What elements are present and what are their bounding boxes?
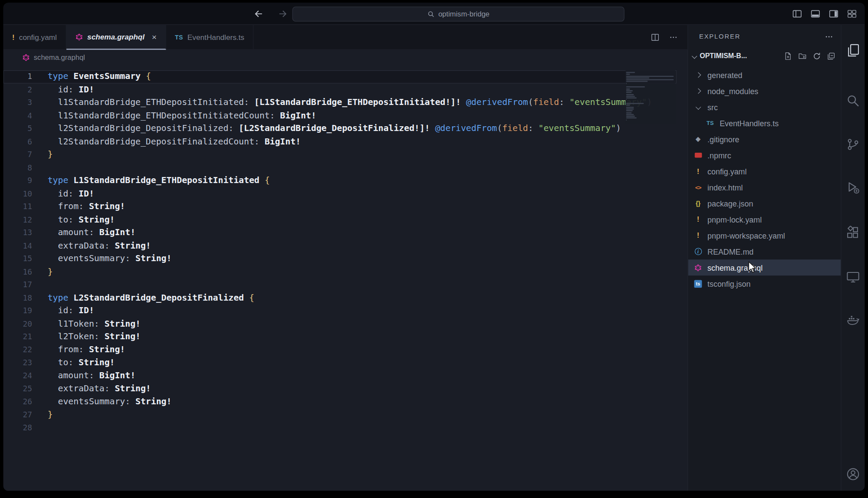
code-line-8[interactable]: 8: [3, 161, 677, 174]
files-icon[interactable]: [846, 43, 860, 57]
search-value: optimism-bridge: [438, 10, 490, 18]
file-icon: ◆: [691, 135, 705, 143]
code-line-14[interactable]: 14 extraData: String!: [3, 239, 677, 252]
code-line-25[interactable]: 25 extraData: String!: [3, 382, 677, 395]
code-line-3[interactable]: 3 l1StandardBridge_ETHDepositInitiated: …: [3, 96, 677, 109]
code-line-20[interactable]: 20 l1Token: String!: [3, 317, 677, 330]
line-number: 24: [3, 369, 32, 382]
line-number: 22: [3, 343, 32, 356]
line-text: l1StandardBridge_ETHDepositInitiated: [L…: [48, 96, 652, 109]
warning-icon: !: [12, 33, 15, 41]
back-icon[interactable]: [253, 9, 263, 19]
tab-schema.graphql[interactable]: schema.graphql×: [66, 25, 166, 49]
code-line-24[interactable]: 24 amount: BigInt!: [3, 369, 677, 382]
run-and-debug-icon[interactable]: [846, 180, 860, 195]
account-icon[interactable]: [846, 467, 860, 482]
more-actions-icon[interactable]: [669, 33, 677, 41]
code-line-23[interactable]: 23 to: String!: [3, 356, 677, 369]
explorer-more-icon[interactable]: [825, 33, 833, 41]
code-line-18[interactable]: 18type L2StandardBridge_DepositFinalized…: [3, 292, 677, 305]
code-line-5[interactable]: 5 l2StandardBridge_DepositFinalized: [L2…: [3, 122, 677, 135]
file-icon: {}: [691, 200, 705, 206]
code-line-21[interactable]: 21 l2Token: String!: [3, 330, 677, 343]
remote-explorer-icon[interactable]: [846, 270, 860, 284]
file-icon: [691, 153, 705, 157]
code-line-4[interactable]: 4 l1StandardBridge_ETHDepositInitiatedCo…: [3, 109, 677, 122]
breadcrumb-file: schema.graphql: [34, 53, 85, 61]
file-tree-item-.gitignore[interactable]: ◆.gitignore: [688, 131, 841, 147]
file-tree-item-pnpm-workspace.yaml[interactable]: !pnpm-workspace.yaml: [688, 227, 841, 243]
file-tree-item-package.json[interactable]: {}package.json: [688, 195, 841, 211]
code-line-6[interactable]: 6 l2StandardBridge_DepositFinalizedCount…: [3, 135, 677, 148]
code-editor[interactable]: 1type EventsSummary {2 id: ID!3 l1Standa…: [3, 65, 688, 491]
file-tree-item-README.md[interactable]: iREADME.md: [688, 243, 841, 259]
code-line-10[interactable]: 10 id: ID!: [3, 187, 677, 200]
file-tree-item-pnpm-lock.yaml[interactable]: !pnpm-lock.yaml: [688, 211, 841, 227]
file-tree-item-src[interactable]: src: [688, 99, 841, 115]
file-icon: !: [691, 215, 705, 223]
code-line-11[interactable]: 11 from: String!: [3, 200, 677, 213]
code-line-15[interactable]: 15 eventsSummary: String!: [3, 252, 677, 265]
code-line-2[interactable]: 2 id: ID!: [3, 83, 677, 96]
docker-icon[interactable]: [846, 313, 860, 328]
code-line-16[interactable]: 16}: [3, 265, 677, 278]
vscode-window: optimism-bridge !config.yamlschema.graph…: [3, 3, 865, 491]
file-tree-item-index.html[interactable]: <>index.html: [688, 179, 841, 195]
split-editor-icon[interactable]: [651, 33, 659, 41]
project-section-row[interactable]: OPTIMISM-B...: [688, 48, 841, 64]
tab-config.yaml[interactable]: !config.yaml: [3, 25, 66, 49]
line-text: to: String!: [48, 213, 115, 226]
layout-sidebar-left-icon[interactable]: [792, 9, 802, 19]
line-number: 9: [3, 174, 32, 187]
tab-EventHandlers.ts[interactable]: TSEventHandlers.ts: [166, 25, 254, 49]
breadcrumb[interactable]: schema.graphql: [3, 50, 688, 65]
code-line-19[interactable]: 19 id: ID!: [3, 305, 677, 318]
file-tree-item-EventHandlers.ts[interactable]: TSEventHandlers.ts: [688, 115, 841, 131]
title-bar: optimism-bridge: [3, 3, 865, 25]
minimap[interactable]: [625, 70, 675, 124]
code-line-12[interactable]: 12 to: String!: [3, 213, 677, 226]
file-tree-item-config.yaml[interactable]: !config.yaml: [688, 163, 841, 179]
code-line-9[interactable]: 9type L1StandardBridge_ETHDepositInitiat…: [3, 174, 677, 187]
source-control-icon[interactable]: [846, 137, 860, 151]
file-tree-item-generated[interactable]: generated: [688, 67, 841, 83]
code-line-13[interactable]: 13 amount: BigInt!: [3, 226, 677, 239]
line-number: 1: [3, 70, 32, 83]
layout-sidebar-right-icon[interactable]: [829, 9, 838, 19]
new-folder-icon[interactable]: [798, 52, 806, 60]
file-name: index.html: [707, 183, 743, 192]
folder-collapsed-icon: [695, 88, 701, 94]
refresh-icon[interactable]: [812, 52, 821, 60]
line-number: 19: [3, 305, 32, 318]
collapse-all-icon[interactable]: [827, 52, 835, 60]
code-line-27[interactable]: 27}: [3, 408, 677, 421]
file-name: README.md: [707, 247, 753, 256]
new-file-icon[interactable]: [784, 52, 792, 60]
layout-panel-icon[interactable]: [810, 9, 820, 19]
file-tree-item-tsconfig.json[interactable]: tstsconfig.json: [688, 275, 841, 292]
warning-yaml-icon: !: [697, 167, 700, 175]
code-line-22[interactable]: 22 from: String!: [3, 343, 677, 356]
code-line-7[interactable]: 7}: [3, 148, 677, 161]
file-tree-item-schema.graphql[interactable]: schema.graphql: [688, 259, 841, 275]
file-tree-item-node_modules[interactable]: node_modules: [688, 83, 841, 99]
editor-actions: [651, 25, 687, 49]
close-tab-icon[interactable]: ×: [152, 32, 157, 42]
activity-bar: [842, 25, 865, 491]
search-icon[interactable]: [846, 94, 860, 108]
code-line-26[interactable]: 26 eventsSummary: String!: [3, 395, 677, 408]
extensions-icon[interactable]: [846, 226, 860, 240]
line-number: 16: [3, 265, 32, 278]
line-text: from: String!: [48, 200, 125, 213]
explorer-sidebar: EXPLORER OPTIMISM-B... generatednode_mod…: [688, 25, 841, 491]
line-number: 10: [3, 187, 32, 200]
line-number: 26: [3, 395, 32, 408]
code-line-28[interactable]: 28: [3, 421, 677, 434]
command-center-search[interactable]: optimism-bridge: [292, 7, 624, 21]
line-number: 6: [3, 135, 32, 148]
forward-icon[interactable]: [278, 9, 288, 19]
layout-customize-icon[interactable]: [847, 9, 857, 19]
code-line-17[interactable]: 17: [3, 278, 677, 292]
code-line-1[interactable]: 1type EventsSummary {: [3, 70, 677, 83]
file-tree-item-.npmrc[interactable]: .npmrc: [688, 147, 841, 163]
